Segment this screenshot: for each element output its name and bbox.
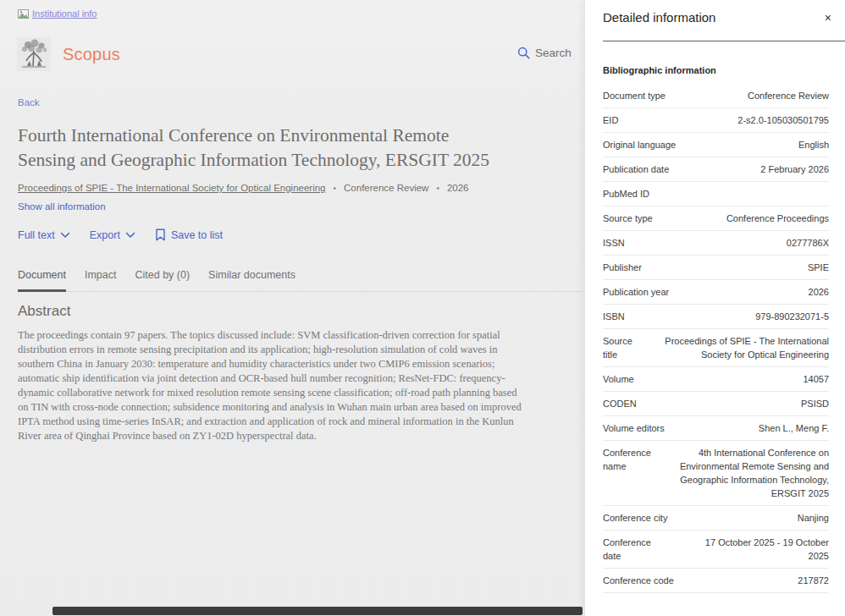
table-row: Publication date2 February 2026: [603, 157, 829, 182]
row-value: SPIE: [808, 261, 829, 274]
row-label: CODEN: [603, 397, 637, 410]
tab-cited-by-0[interactable]: Cited by (0): [135, 269, 191, 292]
broken-image-icon: [18, 9, 29, 19]
close-icon: ×: [825, 11, 831, 25]
institutional-info-link[interactable]: Institutional info: [18, 8, 97, 19]
bullet-separator: •: [334, 184, 337, 193]
table-row: PubMed ID: [603, 182, 829, 206]
row-value: PSISD: [801, 397, 829, 410]
table-row: Document typeConference Review: [603, 84, 829, 108]
table-row: Conference date17 October 2025 - 19 Octo…: [603, 531, 829, 569]
row-value: Nanjing: [798, 511, 829, 525]
table-row: PublisherSPIE: [603, 256, 829, 280]
action-bar: Full text Export Save to list: [18, 228, 223, 241]
row-value: 17 October 2025 - 19 October 2025: [705, 536, 829, 563]
scopus-wordmark: Scopus: [63, 45, 120, 64]
table-row: Conference cityNanjing: [603, 506, 829, 531]
table-row: EID2-s2.0-105030501795: [603, 108, 829, 133]
row-value: English: [798, 138, 829, 151]
export-button[interactable]: Export: [90, 229, 135, 241]
tab-similar-documents[interactable]: Similar documents: [208, 269, 295, 292]
show-all-information-link[interactable]: Show all information: [18, 201, 106, 212]
source-title-link[interactable]: Proceedings of SPIE - The International …: [18, 183, 326, 193]
export-label: Export: [90, 229, 120, 241]
row-label: Conference code: [603, 574, 674, 587]
row-value: Shen L., Meng F.: [759, 421, 829, 435]
full-text-button[interactable]: Full text: [18, 229, 70, 241]
table-row: Original languageEnglish: [603, 133, 829, 157]
table-row: Source typeConference Proceedings: [603, 206, 829, 231]
row-value: Proceedings of SPIE - The International …: [665, 334, 829, 361]
chevron-down-icon: [125, 232, 135, 239]
row-label: Conference name: [603, 446, 651, 500]
publication-year-text: 2026: [447, 183, 469, 193]
table-row: Publication year2026: [603, 280, 829, 305]
document-type-text: Conference Review: [344, 183, 428, 193]
row-label: EID: [603, 113, 618, 127]
row-value: 2-s2.0-105030501795: [737, 113, 829, 127]
row-label: Source type: [603, 212, 653, 225]
panel-divider: [603, 41, 845, 41]
document-page: Institutional info Scopus Search Back Fo…: [0, 0, 584, 616]
table-row: Source titleProceedings of SPIE - The In…: [603, 329, 829, 367]
table-row: Volume14057: [603, 367, 829, 392]
panel-title: Detailed information: [603, 10, 715, 25]
row-label: Publication year: [603, 285, 669, 299]
row-label: Volume editors: [603, 421, 665, 435]
panel-header: Detailed information ×: [603, 10, 835, 25]
bullet-separator: •: [436, 184, 439, 193]
row-value: Conference Proceedings: [726, 212, 829, 225]
row-value: 2026: [809, 285, 829, 299]
row-value: Conference Review: [748, 89, 829, 102]
table-row: Volume editorsShen L., Meng F.: [603, 416, 829, 441]
abstract-text: The proceedings contain 97 papers. The t…: [18, 328, 522, 443]
search-label: Search: [535, 47, 572, 59]
search-icon: [517, 47, 530, 59]
row-value: 2 February 2026: [760, 162, 829, 176]
row-value: 0277786X: [787, 236, 829, 250]
table-row: CODENPSISD: [603, 392, 829, 416]
tab-bar: DocumentImpactCited by (0)Similar docume…: [18, 269, 583, 292]
row-label: Source title: [603, 334, 632, 361]
tab-impact[interactable]: Impact: [85, 269, 117, 292]
full-text-label: Full text: [18, 229, 55, 241]
table-row: ISSN0277786X: [603, 231, 829, 256]
row-label: Document type: [603, 89, 666, 102]
row-label: Publication date: [603, 162, 669, 176]
row-label: Publisher: [603, 261, 642, 274]
save-to-list-label: Save to list: [171, 229, 223, 241]
detailed-information-panel: Detailed information × Bibliographic inf…: [584, 0, 845, 616]
row-value: 217872: [798, 574, 829, 587]
table-row: ISBN979-890232071-5: [603, 305, 829, 329]
row-label: ISBN: [603, 310, 625, 323]
row-label: Conference date: [603, 536, 651, 563]
bookmark-icon: [155, 228, 166, 241]
bibliographic-information-label: Bibliographic information: [603, 65, 716, 75]
bibliographic-table: Document typeConference ReviewEID2-s2.0-…: [603, 84, 829, 593]
table-row: Conference code217872: [603, 569, 829, 593]
row-value: 14057: [803, 372, 829, 386]
chevron-down-icon: [60, 232, 70, 239]
save-to-list-button[interactable]: Save to list: [155, 228, 223, 241]
close-button[interactable]: ×: [821, 10, 835, 25]
row-label: Volume: [603, 372, 634, 386]
tab-document[interactable]: Document: [18, 269, 66, 292]
row-label: Conference city: [603, 511, 667, 525]
row-label: Original language: [603, 138, 676, 151]
search-button[interactable]: Search: [517, 47, 572, 59]
row-label: PubMed ID: [603, 187, 649, 201]
source-info-row: Proceedings of SPIE - The International …: [18, 183, 469, 193]
table-row: Conference name4th International Confere…: [603, 441, 829, 506]
page-title: Fourth International Conference on Envir…: [18, 124, 543, 173]
back-link[interactable]: Back: [18, 97, 40, 107]
row-label: ISSN: [603, 236, 625, 250]
row-value: 979-890232071-5: [755, 310, 829, 323]
abstract-heading: Abstract: [18, 303, 70, 320]
row-value: 4th International Conference on Environm…: [680, 446, 829, 500]
horizontal-scrollbar[interactable]: [52, 607, 583, 615]
elsevier-tree-logo-icon: [17, 37, 51, 71]
institutional-info-label: Institutional info: [32, 8, 97, 19]
scopus-logo[interactable]: Scopus: [17, 37, 120, 71]
